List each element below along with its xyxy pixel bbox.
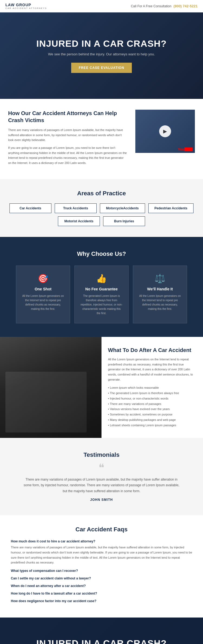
after-list-item: Letraset sheets containing Lorem ipsum p…: [108, 423, 197, 428]
why-card-text: The generated Lorem Ipsum is therefore a…: [80, 294, 123, 316]
faq-question[interactable]: What types of compensation can I recover…: [11, 569, 192, 573]
faq-item: How does negligence factor into my car a…: [11, 599, 192, 603]
quote-icon: ❝: [22, 462, 181, 473]
header-phone-area: Call For A Free Consultation (800) 742-5…: [131, 4, 198, 8]
why-heading: Why Choose Us?: [8, 250, 195, 257]
hero2-section: INJURED IN A CAR CRASH? We see the perso…: [0, 618, 203, 644]
faq-item: How much does it cost to hire a car acci…: [11, 539, 192, 565]
hero2-headline: INJURED IN A CAR CRASH?: [36, 638, 166, 644]
why-card-text: All the Lorem Ipsum generators on the In…: [22, 294, 64, 311]
header-cta-text: Call For A Free Consultation: [131, 4, 171, 8]
after-heading: What To Do After A Car Accident: [108, 347, 197, 354]
help-heading: How Our Car Accident Attorneys Can Help …: [8, 110, 127, 124]
faqs-heading: Car Accident Faqs: [11, 526, 192, 533]
testimonial-text: There are many variations of passages of…: [22, 477, 181, 494]
testimonials-section: Testimonials ❝ There are many variations…: [0, 438, 203, 515]
faq-answer: There are many variations of passages of…: [11, 545, 192, 565]
hero-headline: INJURED IN A CAR CRASH?: [36, 38, 166, 49]
faq-item: What types of compensation can I recover…: [11, 569, 192, 573]
after-list-item: Lorem ipsum which looks reasonable: [108, 385, 197, 391]
logo: LAW GROUP CAR ACCIDENT ATTORNEYS: [5, 3, 47, 9]
why-card-title: We'll Handle It: [139, 287, 181, 291]
why-card-title: No Fee Guarantee: [80, 287, 123, 291]
why-card: ⚖️ We'll Handle It All the Lorem Ipsum g…: [133, 266, 187, 323]
why-card: 👍 No Fee Guarantee The generated Lorem I…: [74, 266, 129, 323]
why-card-title: One Shot: [22, 287, 64, 291]
faq-question[interactable]: When do I need an attorney after a car a…: [11, 584, 192, 588]
after-section: What To Do After A Car Accident All the …: [0, 337, 203, 438]
why-card-text: All the Lorem Ipsum generators on the In…: [139, 294, 181, 311]
faq-question[interactable]: How much does it cost to hire a car acci…: [11, 539, 192, 543]
after-list-item: Many desktop publishing packages and web…: [108, 417, 197, 423]
faqs-list: How much does it cost to hire a car acci…: [11, 539, 192, 603]
testimonial-author: JOHN SMITH: [22, 498, 181, 502]
faq-item: Can I settle my car accident claim witho…: [11, 576, 192, 580]
why-icon-target: 🎯: [22, 273, 64, 284]
after-para: All the Lorem Ipsum generators on the In…: [108, 357, 197, 382]
hero-subtext: We see the person behind the injury. Our…: [36, 52, 166, 56]
practice-grid: Car AccidentsTruck AccidentsMotorcycleAc…: [8, 203, 195, 226]
practice-item-button[interactable]: Burn Injuries: [103, 216, 145, 226]
help-para1: There are many variations of passages of…: [8, 128, 127, 143]
faq-question[interactable]: Can I settle my car accident claim witho…: [11, 576, 192, 580]
header-phone[interactable]: (800) 742-5221: [173, 4, 198, 8]
play-button[interactable]: ▶: [159, 125, 171, 137]
logo-name: LAW GROUP: [5, 3, 47, 7]
header: LAW GROUP CAR ACCIDENT ATTORNEYS Call Fo…: [0, 0, 203, 12]
after-list-item: The generated Lorem Ipsum is therefore a…: [108, 391, 197, 396]
testimonials-heading: Testimonials: [22, 451, 181, 458]
practice-item-button[interactable]: Motorist Accidents: [58, 216, 100, 226]
practice-item-button[interactable]: Pedestrian Accidents: [148, 203, 194, 213]
why-icon-thumb: 👍: [80, 273, 123, 284]
help-para2: If you are going to use a passage of Lor…: [8, 145, 127, 166]
why-section: Why Choose Us? 🎯 One Shot All the Lorem …: [0, 237, 203, 337]
video-thumbnail[interactable]: ▶ YouTube: [135, 110, 195, 153]
after-list-item: There are many variations of passages: [108, 401, 197, 407]
help-text: How Our Car Accident Attorneys Can Help …: [8, 110, 127, 168]
youtube-badge: YouTube: [178, 147, 193, 151]
youtube-icon: You: [178, 147, 184, 151]
faqs-section: Car Accident Faqs How much does it cost …: [0, 515, 203, 618]
hero-section: INJURED IN A CAR CRASH? We see the perso…: [0, 12, 203, 99]
hero-cta-button[interactable]: FREE CASE EVALUATION: [71, 63, 132, 73]
after-list-item: Sometimes by accident, sometimes on purp…: [108, 412, 197, 417]
practice-section: Areas of Practice Car AccidentsTruck Acc…: [0, 179, 203, 237]
after-image: [0, 337, 102, 438]
logo-sub: CAR ACCIDENT ATTORNEYS: [5, 7, 47, 9]
youtube-tube: Tube: [184, 147, 193, 151]
help-section: How Our Car Accident Attorneys Can Help …: [0, 99, 203, 179]
practice-item-button[interactable]: MotorcycleAccidents: [100, 203, 145, 213]
why-grid: 🎯 One Shot All the Lorem Ipsum generator…: [8, 266, 195, 323]
practice-heading: Areas of Practice: [8, 190, 195, 197]
faq-question[interactable]: How long do I have to file a lawsuit aft…: [11, 592, 192, 595]
why-card: 🎯 One Shot All the Lorem Ipsum generator…: [16, 266, 70, 323]
after-list-item: Various versions have evolved over the y…: [108, 407, 197, 412]
after-list: Lorem ipsum which looks reasonableThe ge…: [108, 385, 197, 428]
after-content: What To Do After A Car Accident All the …: [102, 337, 203, 438]
faq-item: How long do I have to file a lawsuit aft…: [11, 592, 192, 595]
why-icon-balance: ⚖️: [139, 273, 181, 284]
after-list-item: Injected humour, or non-characteristic w…: [108, 396, 197, 401]
practice-item-button[interactable]: Car Accidents: [9, 203, 51, 213]
practice-item-button[interactable]: Truck Accidents: [55, 203, 97, 213]
faq-item: When do I need an attorney after a car a…: [11, 584, 192, 588]
faq-question[interactable]: How does negligence factor into my car a…: [11, 599, 192, 603]
